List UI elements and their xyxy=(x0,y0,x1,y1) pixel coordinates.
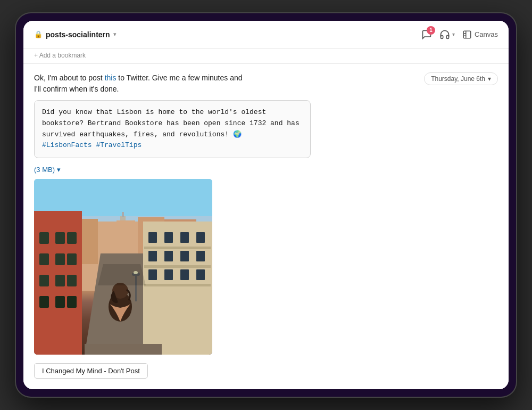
canvas-button[interactable]: Canvas xyxy=(462,30,498,39)
svg-rect-20 xyxy=(39,275,49,286)
dont-post-button-label: I Changed My Mind - Don't Post xyxy=(42,367,140,375)
top-bar: 🔒 posts-socialintern ▾ 1 xyxy=(23,21,509,48)
svg-rect-36 xyxy=(196,251,205,261)
date-label: Thursday, June 6th xyxy=(431,75,485,83)
message-this-link[interactable]: this xyxy=(105,73,117,82)
svg-rect-30 xyxy=(164,232,173,243)
svg-rect-22 xyxy=(67,275,77,286)
svg-rect-29 xyxy=(148,232,157,243)
tweet-preview-box: Did you know that Lisbon is home to the … xyxy=(34,100,311,158)
date-chevron-icon: ▾ xyxy=(488,75,491,83)
file-size-row[interactable]: (3 MB) ▾ xyxy=(34,166,498,174)
svg-rect-38 xyxy=(164,269,173,280)
svg-rect-16 xyxy=(67,232,77,244)
canvas-label: Canvas xyxy=(475,30,498,38)
svg-rect-42 xyxy=(144,265,211,268)
svg-rect-6 xyxy=(122,212,124,217)
svg-rect-24 xyxy=(55,296,65,308)
svg-rect-41 xyxy=(144,247,211,249)
svg-rect-49 xyxy=(85,344,162,355)
main-content: Ok, I'm about to post this to Twitter. G… xyxy=(23,64,509,389)
headphone-button[interactable]: ▾ xyxy=(439,29,455,40)
device-frame: 🔒 posts-socialintern ▾ 1 xyxy=(16,13,516,397)
svg-rect-32 xyxy=(196,232,205,243)
bookmark-bar: + Add a bookmark xyxy=(23,48,509,64)
tweet-text: Did you know that Lisbon is home to the … xyxy=(42,108,300,138)
dont-post-button[interactable]: I Changed My Mind - Don't Post xyxy=(34,363,148,379)
message-text-before: Ok, I'm about to post xyxy=(34,73,105,82)
svg-rect-39 xyxy=(180,269,189,280)
file-size-label: (3 MB) xyxy=(34,166,55,174)
headphone-icon xyxy=(439,29,450,40)
svg-rect-37 xyxy=(148,269,157,280)
top-bar-right: 1 ▾ xyxy=(421,29,498,40)
svg-rect-19 xyxy=(67,253,77,265)
svg-rect-17 xyxy=(39,253,49,265)
file-size-chevron-icon: ▾ xyxy=(57,166,61,174)
svg-rect-0 xyxy=(463,31,471,38)
device-inner: 🔒 posts-socialintern ▾ 1 xyxy=(23,21,509,389)
intro-message: Ok, I'm about to post this to Twitter. G… xyxy=(34,72,247,95)
svg-rect-15 xyxy=(55,232,65,244)
add-bookmark-link[interactable]: + Add a bookmark xyxy=(34,52,498,59)
svg-rect-40 xyxy=(196,269,205,280)
date-pill[interactable]: Thursday, June 6th ▾ xyxy=(424,72,498,85)
top-bar-left: 🔒 posts-socialintern ▾ xyxy=(34,30,117,39)
svg-rect-14 xyxy=(39,232,49,244)
headphone-chevron: ▾ xyxy=(452,31,455,37)
svg-rect-34 xyxy=(164,251,173,261)
svg-rect-35 xyxy=(180,251,189,261)
svg-rect-31 xyxy=(180,232,189,243)
svg-rect-33 xyxy=(148,251,157,261)
notification-button[interactable]: 1 xyxy=(421,29,432,40)
svg-rect-21 xyxy=(55,275,65,286)
lock-icon: 🔒 xyxy=(34,30,43,38)
channel-name: posts-socialintern xyxy=(46,30,110,39)
svg-rect-18 xyxy=(55,253,65,265)
chevron-down-icon: ▾ xyxy=(113,31,117,38)
svg-marker-50 xyxy=(98,264,146,285)
message-row: Ok, I'm about to post this to Twitter. G… xyxy=(34,72,498,95)
canvas-icon xyxy=(462,30,472,39)
tweet-hashtags: #LisbonFacts #TravelTips xyxy=(42,141,142,149)
notification-badge: 1 xyxy=(427,26,435,35)
lisbon-image-container xyxy=(34,179,212,355)
notification-icon-wrapper: 1 xyxy=(421,29,432,40)
svg-rect-25 xyxy=(67,296,77,308)
svg-rect-43 xyxy=(144,284,211,286)
add-bookmark-label: + Add a bookmark xyxy=(34,52,86,59)
svg-rect-23 xyxy=(39,296,49,308)
lisbon-street-image xyxy=(34,179,212,355)
